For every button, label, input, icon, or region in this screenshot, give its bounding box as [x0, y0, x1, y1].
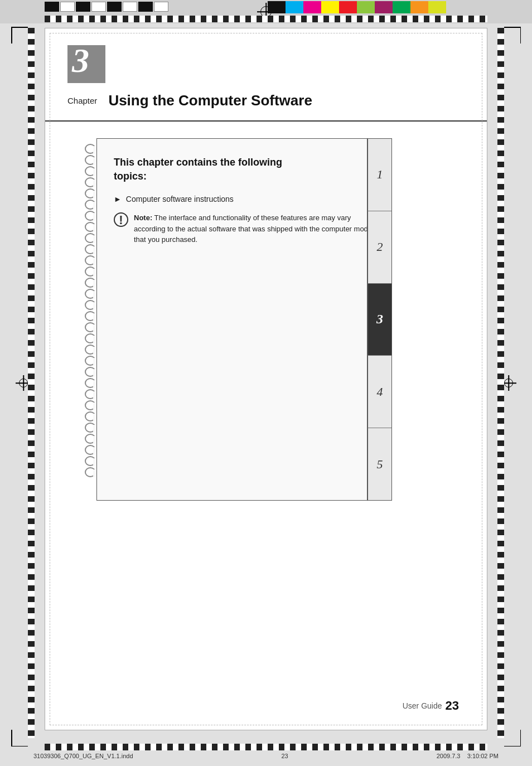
ring-22	[85, 378, 96, 388]
footer-guide-label: User Guide	[403, 701, 442, 710]
tab-number-1: 1	[377, 167, 383, 182]
doc-time: 3:10:02 PM	[467, 753, 499, 759]
notebook-body: This chapter contains the following topi…	[96, 138, 392, 501]
tab-number-3: 3	[376, 312, 383, 327]
ring-7	[85, 211, 96, 221]
ring-30	[85, 467, 96, 477]
heading-line2: topics:	[114, 171, 147, 182]
checker-strip-top	[45, 16, 487, 22]
ring-15	[85, 300, 96, 310]
tab-5: 5	[367, 428, 391, 500]
topic-text-1: Computer software instructions	[126, 195, 234, 203]
datetime-meta: 2009.7.3 3:10:02 PM	[437, 753, 499, 759]
note-label: Note:	[134, 214, 152, 222]
ring-28	[85, 445, 96, 455]
ring-1	[85, 144, 96, 154]
ring-13	[85, 278, 96, 288]
color-swatches-top	[268, 1, 446, 13]
heading-line1: This chapter contains the following	[114, 157, 282, 168]
ring-14	[85, 289, 96, 299]
ring-24	[85, 400, 96, 410]
tab-2: 2	[367, 211, 391, 284]
topic-item-1: ► Computer software instructions	[114, 195, 380, 203]
chapter-number-box: 3	[67, 45, 105, 83]
ring-18	[85, 333, 96, 343]
checker-strip-bottom	[45, 744, 487, 750]
main-page: 3 Chapter Using the Computer Software	[45, 28, 487, 730]
ring-21	[85, 367, 96, 377]
ring-25	[85, 411, 96, 421]
ring-29	[85, 456, 96, 466]
note-box: ! Note: The interface and functionality …	[114, 212, 380, 245]
ring-16	[85, 311, 96, 321]
ring-23	[85, 389, 96, 399]
spiral-rings	[84, 138, 96, 501]
ring-12	[85, 266, 96, 277]
footer-page-number: 23	[446, 699, 459, 713]
note-icon: !	[114, 212, 128, 227]
ring-6	[85, 200, 96, 210]
ring-9	[85, 233, 96, 243]
tab-number-2: 2	[377, 240, 383, 254]
ring-4	[85, 177, 96, 187]
tab-number-5: 5	[377, 457, 383, 472]
ring-20	[85, 356, 96, 366]
ring-11	[85, 255, 96, 265]
meta-bar: 31039306_Q700_UG_EN_V1.1.indd 23 2009.7.…	[33, 753, 499, 759]
doc-page: 23	[282, 753, 288, 759]
ring-5	[85, 188, 96, 198]
tab-number-4: 4	[377, 385, 383, 399]
ring-19	[85, 345, 96, 355]
black-blocks-top	[45, 2, 170, 12]
ring-10	[85, 244, 96, 254]
doc-date: 2009.7.3	[437, 753, 461, 759]
notebook-heading: This chapter contains the following topi…	[114, 156, 380, 183]
note-text-content: The interface and functionality of these…	[134, 214, 374, 244]
checker-strip-left	[28, 28, 35, 738]
footer: User Guide 23	[403, 699, 459, 713]
ring-3	[85, 166, 96, 176]
ring-17	[85, 322, 96, 332]
tab-3-active: 3	[367, 284, 391, 356]
chapter-number: 3	[72, 43, 89, 77]
ring-8	[85, 222, 96, 232]
ring-2	[85, 155, 96, 165]
notebook-content: This chapter contains the following topi…	[97, 139, 391, 500]
checker-strip-right	[497, 28, 504, 738]
spiral-notebook: This chapter contains the following topi…	[84, 138, 392, 501]
tab-1: 1	[367, 139, 391, 211]
ring-27	[85, 434, 96, 444]
page-meta: 23	[282, 753, 288, 759]
tab-column: 1 2 3 4 5	[367, 139, 391, 500]
filename: 31039306_Q700_UG_EN_V1.1.indd	[33, 753, 133, 759]
ring-26	[85, 423, 96, 433]
tab-4: 4	[367, 356, 391, 428]
note-content: Note: The interface and functionality of…	[134, 212, 380, 245]
topic-arrow-1: ►	[114, 195, 122, 203]
